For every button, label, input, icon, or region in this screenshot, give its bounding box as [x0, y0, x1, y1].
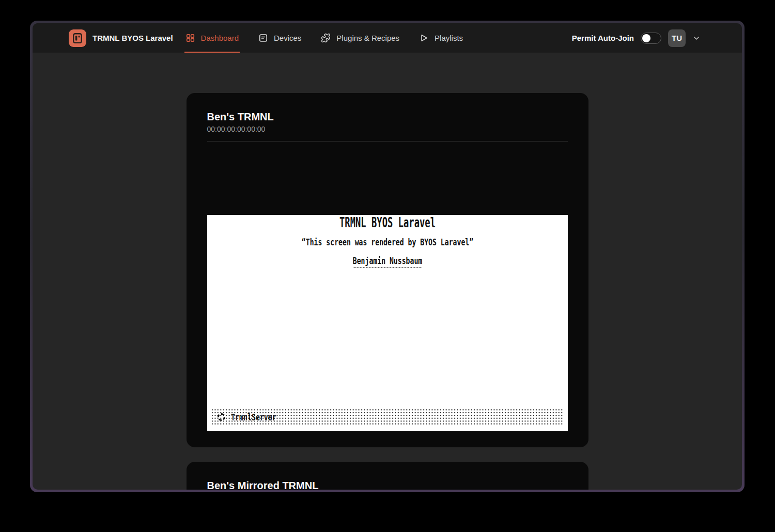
nav-tabs: Dashboard Devices — [184, 23, 464, 53]
permit-auto-join-label: Permit Auto-Join — [572, 34, 634, 42]
app-window-inner: TRMNL BYOS Laravel Dashboard — [33, 23, 742, 490]
screen-quote: “This screen was rendered by BYOS Larave… — [256, 237, 519, 248]
divider — [207, 141, 568, 142]
device-mac-address: 00:00:00:00:00:00 — [207, 125, 568, 134]
toggle-knob — [642, 34, 650, 42]
navbar-right: Permit Auto-Join TU — [572, 23, 701, 53]
screen-status-label: TrmnlServer — [231, 412, 276, 423]
screen-status-bar: TrmnlServer — [212, 409, 563, 426]
avatar-initials: TU — [672, 34, 682, 42]
chevron-down-icon — [692, 34, 701, 42]
device-screen-preview: TRMNL BYOS Laravel “This screen was rend… — [207, 215, 568, 431]
brand-link[interactable]: TRMNL BYOS Laravel — [69, 23, 173, 53]
dashboard-grid-icon — [185, 33, 195, 43]
puzzle-icon — [321, 33, 331, 43]
device-name: Ben's TRMNL — [207, 111, 568, 123]
app-window: TRMNL BYOS Laravel Dashboard — [30, 21, 745, 492]
screen-title: TRMNL BYOS Laravel — [268, 215, 506, 230]
tab-dashboard[interactable]: Dashboard — [184, 23, 240, 53]
screen-author-row: Benjamin Nussbaum — [256, 255, 519, 267]
brand-title: TRMNL BYOS Laravel — [92, 34, 173, 42]
dashboard-content: Ben's TRMNL 00:00:00:00:00:00 TRMNL BYOS… — [33, 53, 742, 490]
play-icon — [419, 33, 429, 43]
tab-devices[interactable]: Devices — [257, 23, 302, 53]
user-avatar[interactable]: TU — [668, 29, 686, 47]
screen-author: Benjamin Nussbaum — [352, 255, 422, 268]
tab-plugins-recipes-label: Plugins & Recipes — [336, 34, 399, 42]
tab-plugins-recipes[interactable]: Plugins & Recipes — [320, 23, 400, 53]
spinner-icon — [218, 413, 225, 421]
tab-playlists-label: Playlists — [435, 34, 463, 42]
devices-list-icon — [258, 33, 268, 43]
navbar: TRMNL BYOS Laravel Dashboard — [33, 23, 742, 53]
device-card-bens-trmnl: Ben's TRMNL 00:00:00:00:00:00 TRMNL BYOS… — [187, 93, 588, 447]
tab-devices-label: Devices — [274, 34, 301, 42]
tab-playlists[interactable]: Playlists — [418, 23, 464, 53]
trmnl-logo-icon — [69, 29, 86, 47]
permit-auto-join-toggle[interactable] — [641, 33, 661, 44]
user-menu-chevron[interactable] — [692, 34, 701, 42]
device-name: Ben's Mirrored TRMNL — [207, 479, 568, 490]
tab-dashboard-label: Dashboard — [201, 34, 239, 42]
device-card-bens-mirrored-trmnl: Ben's Mirrored TRMNL 00:00:00:00:00:01 T… — [187, 462, 588, 490]
